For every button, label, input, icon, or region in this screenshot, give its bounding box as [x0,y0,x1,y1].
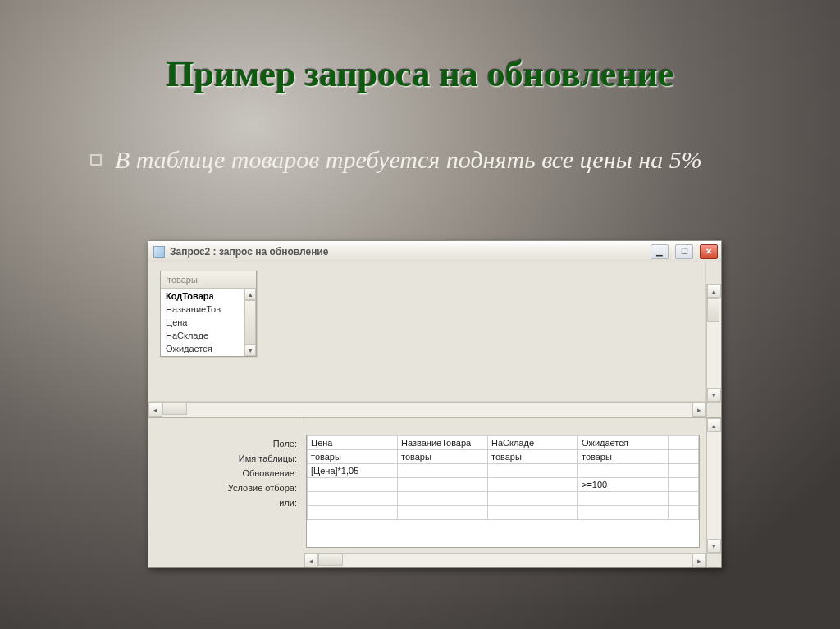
fieldlist-box[interactable]: товары КодТовара НазваниеТов Цена НаСкла… [160,271,257,357]
scroll-down-icon[interactable]: ▾ [707,539,721,553]
scroll-up-icon[interactable]: ▴ [707,284,721,298]
grid-cell[interactable] [308,492,398,506]
lower-pane: Поле: Имя таблицы: Обновление: Условие о… [148,418,721,567]
grid-row-table: товары товары товары товары [308,450,699,464]
upper-pane-body[interactable]: товары КодТовара НазваниеТов Цена НаСкла… [148,262,706,402]
grid-row-update: [Цена]*1,05 [308,464,699,478]
grid-cell[interactable]: товары [488,450,578,464]
grid-cell[interactable] [398,464,488,478]
grid-cell[interactable]: >=100 [578,478,669,492]
grid-cell[interactable]: НаСкладе [488,436,578,450]
grid-cell[interactable] [669,450,699,464]
window-icon [153,246,165,258]
design-grid-area: Поле: Имя таблицы: Обновление: Условие о… [148,418,706,553]
grid-cell[interactable]: Ожидается [578,436,669,450]
grid-cell[interactable] [578,506,669,520]
window-title: Запрос2 : запрос на обновление [170,246,644,258]
label-or: или: [148,495,304,510]
fieldlist-item[interactable]: Цена [161,316,256,329]
access-query-window: Запрос2 : запрос на обновление ▁ ☐ ✕ тов… [148,240,722,568]
scroll-up-icon[interactable]: ▴ [244,289,256,300]
scroll-thumb[interactable] [162,403,187,415]
grid-cell[interactable] [669,436,699,450]
bullet-text: В таблице товаров требуется поднять все … [115,144,702,175]
maximize-button[interactable]: ☐ [675,244,693,259]
grid-cell[interactable] [398,492,488,506]
grid-row-field: Цена НазваниеТовара НаСкладе Ожидается [308,436,699,450]
scroll-thumb[interactable] [244,300,256,344]
grid-cell[interactable]: НазваниеТовара [398,436,488,450]
close-button[interactable]: ✕ [700,244,718,259]
grid-cell[interactable]: [Цена]*1,05 [308,464,398,478]
design-grid[interactable]: Цена НазваниеТовара НаСкладе Ожидается т… [306,435,700,548]
scroll-down-icon[interactable]: ▾ [707,388,721,402]
grid-cell[interactable] [488,506,578,520]
grid-cell[interactable] [669,464,699,478]
fieldlist-body[interactable]: КодТовара НазваниеТов Цена НаСкладе Ожид… [161,289,256,356]
scroll-corner [706,553,721,567]
grid-cell[interactable]: товары [398,450,488,464]
grid-cell[interactable]: товары [578,450,669,464]
scroll-up-icon[interactable]: ▴ [707,418,721,432]
grid-cell[interactable] [669,506,699,520]
lower-vertical-scrollbar[interactable]: ▴ ▾ [706,418,721,553]
upper-pane: товары КодТовара НазваниеТов Цена НаСкла… [148,262,721,418]
scroll-left-icon[interactable]: ◂ [304,554,318,567]
fieldlist-scrollbar[interactable]: ▴ ▾ [244,289,256,356]
label-update: Обновление: [148,466,304,481]
grid-cell[interactable] [308,478,398,492]
label-criteria: Условие отбора: [148,481,304,495]
upper-horizontal-scrollbar[interactable]: ◂ ▸ [148,402,706,417]
fieldlist-item[interactable]: Ожидается [161,342,256,355]
scroll-thumb[interactable] [318,554,343,566]
grid-cell[interactable] [488,492,578,506]
grid-cell[interactable]: товары [308,450,398,464]
scroll-thumb[interactable] [707,298,719,322]
grid-cell[interactable] [398,506,488,520]
scroll-right-icon[interactable]: ▸ [692,403,706,417]
grid-cell[interactable] [669,492,699,506]
grid-cell[interactable]: Цена [308,436,398,450]
grid-cell[interactable] [578,464,669,478]
fieldlist-item[interactable]: НазваниеТов [161,303,256,316]
slide-title: Пример запроса на обновление [0,53,840,95]
grid-row-blank [308,506,699,520]
grid-cell[interactable] [669,478,699,492]
scroll-down-icon[interactable]: ▾ [244,344,256,356]
label-table: Имя таблицы: [148,451,304,466]
design-grid-rowlabels: Поле: Имя таблицы: Обновление: Условие о… [148,418,304,553]
grid-cell[interactable] [398,478,488,492]
grid-cell[interactable] [488,478,578,492]
grid-cell[interactable] [488,464,578,478]
scroll-right-icon[interactable]: ▸ [692,554,706,567]
bullet-marker-icon [90,154,102,166]
fieldlist-item[interactable]: КодТовара [161,289,256,303]
grid-row-or [308,492,699,506]
lower-horizontal-scrollbar[interactable]: ◂ ▸ [304,553,706,567]
upper-vertical-scrollbar[interactable]: ▴ ▾ [706,284,721,402]
fieldlist-title: товары [161,271,256,289]
grid-cell[interactable] [578,492,669,506]
minimize-button[interactable]: ▁ [651,244,669,259]
scroll-left-icon[interactable]: ◂ [148,403,162,417]
window-titlebar[interactable]: Запрос2 : запрос на обновление ▁ ☐ ✕ [148,241,721,262]
grid-row-criteria: >=100 [308,478,699,492]
scroll-corner [706,402,721,417]
bullet-item: В таблице товаров требуется поднять все … [90,144,766,175]
fieldlist-item[interactable]: НаСкладе [161,329,256,342]
label-field: Поле: [148,436,304,451]
grid-cell[interactable] [308,506,398,520]
